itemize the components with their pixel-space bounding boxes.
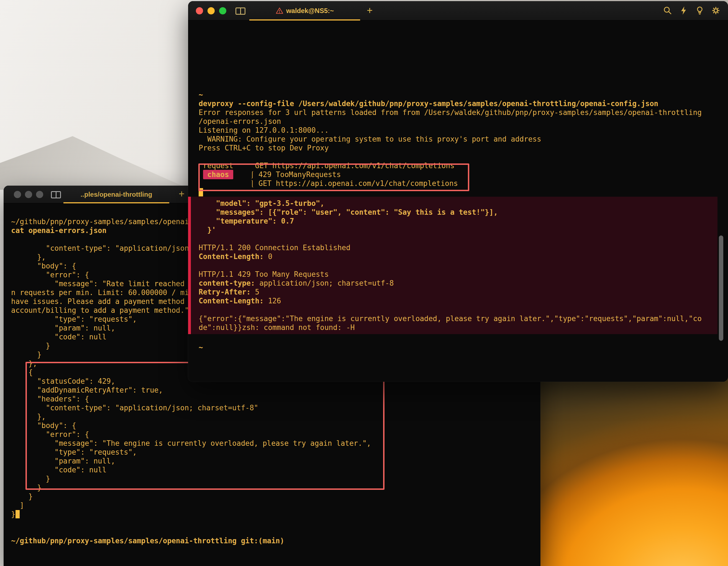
lightbulb-icon[interactable] bbox=[695, 6, 705, 16]
terminal-line: } bbox=[11, 474, 533, 483]
terminal-line: HTTP/1.1 429 Too Many Requests bbox=[199, 270, 717, 279]
terminal-line: /openai-errors.json bbox=[199, 117, 717, 126]
tab-title: waldek@NS5:~ bbox=[286, 7, 334, 15]
terminal-line: WARNING: Configure your operating system… bbox=[199, 135, 717, 144]
wallpaper-orange-dune bbox=[521, 373, 728, 566]
terminal-line: Error responses for 3 url patterns loade… bbox=[199, 108, 717, 117]
prompt-area: ~ bbox=[199, 334, 717, 352]
terminal-line: {"error":{"message":"The engine is curre… bbox=[199, 314, 717, 323]
profiles-icon[interactable] bbox=[51, 191, 61, 198]
terminal-line: "message": "The engine is currently over… bbox=[11, 439, 533, 448]
front-titlebar: waldek@NS5:~ + bbox=[188, 1, 728, 21]
terminal-line: "messages": [{"role": "user", "content":… bbox=[199, 208, 717, 217]
terminal-line: ~ bbox=[199, 90, 717, 99]
terminal-line: Content-Length: 0 bbox=[199, 252, 717, 261]
terminal-line: "addDynamicRetryAfter": true, bbox=[11, 386, 533, 395]
terminal-line: "param": null, bbox=[11, 457, 533, 465]
terminal-line bbox=[11, 527, 533, 536]
tab-openai-throttling[interactable]: ..ples/openai-throttling bbox=[63, 186, 169, 203]
terminal-line: Retry-After: 5 bbox=[199, 288, 717, 296]
terminal-line: ⎱ GET https://api.openai.com/v1/chat/com… bbox=[199, 179, 717, 188]
terminal-line: Content-Length: 126 bbox=[199, 296, 717, 305]
terminal-line: }% bbox=[11, 510, 533, 519]
terminal-line: chaos ⎰ 429 TooManyRequests bbox=[199, 170, 717, 179]
terminal-line: }' bbox=[199, 226, 717, 234]
front-terminal-window: waldek@NS5:~ + bbox=[188, 1, 728, 382]
terminal-line: Listening on 127.0.0.1:8000... bbox=[199, 126, 717, 135]
terminal-line bbox=[199, 261, 717, 270]
close-button[interactable] bbox=[196, 7, 203, 14]
minimize-button[interactable] bbox=[207, 7, 215, 14]
terminal-line: "type": "requests", bbox=[11, 448, 533, 457]
lightning-icon[interactable] bbox=[679, 6, 689, 16]
warning-icon bbox=[276, 7, 283, 15]
search-icon[interactable] bbox=[663, 6, 673, 16]
terminal-line bbox=[199, 234, 717, 243]
terminal-line: ] bbox=[11, 501, 533, 510]
minimize-button[interactable] bbox=[25, 191, 32, 198]
tab-title: ..ples/openai-throttling bbox=[81, 191, 152, 198]
terminal-line bbox=[199, 334, 717, 343]
terminal-line: request GET https://api.openai.com/v1/ch… bbox=[199, 161, 717, 170]
gear-icon[interactable] bbox=[711, 6, 721, 16]
terminal-line bbox=[199, 152, 717, 161]
terminal-line bbox=[11, 519, 533, 527]
terminal-line: "headers": { bbox=[11, 395, 533, 403]
terminal-line: "code": null bbox=[11, 465, 533, 474]
profiles-icon[interactable] bbox=[235, 7, 245, 15]
terminal-line: de":null}}zsh: command not found: -H bbox=[199, 323, 717, 332]
desktop: { "colors": { "text": "#e6b24a", "bright… bbox=[0, 0, 728, 566]
zoom-button[interactable] bbox=[219, 7, 226, 14]
titlebar-icons bbox=[663, 6, 721, 16]
zoom-button[interactable] bbox=[36, 191, 43, 198]
terminal-line bbox=[199, 305, 717, 314]
terminal-line: ~ bbox=[199, 343, 717, 352]
terminal-line: "content-type": "application/json; chars… bbox=[11, 403, 533, 412]
tab-waldek-ns5[interactable]: waldek@NS5:~ bbox=[249, 1, 360, 21]
devproxy-output: ~devproxy --config-file /Users/waldek/gi… bbox=[199, 90, 717, 197]
terminal-line: "error": { bbox=[11, 430, 533, 439]
terminal-line: devproxy --config-file /Users/waldek/git… bbox=[199, 99, 717, 108]
new-tab-button[interactable]: + bbox=[179, 189, 184, 199]
request-details-block: "model": "gpt-3.5-turbo", "messages": [{… bbox=[188, 197, 717, 334]
new-tab-button[interactable]: + bbox=[367, 6, 373, 16]
terminal-line: Press CTRL+C to stop Dev Proxy bbox=[199, 144, 717, 152]
scrollbar-thumb[interactable] bbox=[719, 235, 723, 341]
terminal-line: "model": "gpt-3.5-turbo", bbox=[199, 199, 717, 208]
terminal-line: }, bbox=[11, 412, 533, 421]
terminal-line: ~/github/pnp/proxy-samples/samples/opena… bbox=[11, 536, 533, 545]
terminal-line: HTTP/1.1 200 Connection Established bbox=[199, 243, 717, 252]
front-terminal-content: ~devproxy --config-file /Users/waldek/gi… bbox=[188, 21, 728, 382]
terminal-line: } bbox=[11, 492, 533, 501]
terminal-line: content-type: application/json; charset=… bbox=[199, 279, 717, 288]
terminal-line: } bbox=[11, 483, 533, 492]
terminal-line: "temperature": 0.7 bbox=[199, 217, 717, 226]
close-button[interactable] bbox=[14, 191, 21, 198]
terminal-line: "body": { bbox=[11, 421, 533, 430]
terminal-line bbox=[199, 188, 717, 197]
